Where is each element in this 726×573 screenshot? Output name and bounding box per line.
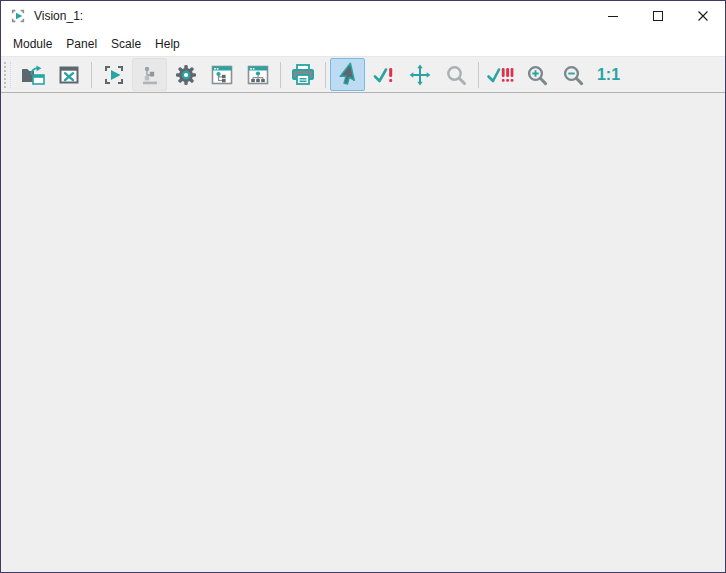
menu-scale[interactable]: Scale (104, 33, 148, 55)
print-button[interactable] (285, 58, 320, 91)
check-triple-exclamation-icon (486, 63, 516, 87)
panel-org-view-button[interactable] (240, 58, 275, 91)
minimize-button[interactable] (590, 1, 635, 31)
toolbar-separator (478, 62, 479, 88)
window-tree-vertical-icon (210, 63, 234, 87)
toolbar-separator (91, 62, 92, 88)
pan-tool-button[interactable] (402, 58, 437, 91)
window-tree-horizontal-icon (246, 63, 270, 87)
close-icon (698, 11, 708, 21)
cursor-arrow-icon (335, 61, 361, 89)
toolbar-grip[interactable] (4, 62, 11, 88)
zoom-out-button[interactable] (555, 58, 590, 91)
menu-module[interactable]: Module (6, 33, 59, 55)
close-panel-button[interactable] (51, 58, 86, 91)
titlebar[interactable]: Vision_1: (1, 1, 725, 31)
client-area (1, 93, 725, 572)
zoom-in-button[interactable] (519, 58, 554, 91)
menu-help[interactable]: Help (148, 33, 187, 55)
toolbar: 1:1 (1, 56, 725, 93)
move-arrows-icon (408, 63, 432, 87)
select-tool-button[interactable] (330, 58, 365, 91)
gear-icon (174, 63, 198, 87)
menu-panel[interactable]: Panel (59, 33, 104, 55)
toolbar-separator (280, 62, 281, 88)
app-icon (10, 8, 26, 24)
zoom-actual-button[interactable]: 1:1 (591, 58, 626, 91)
check-exclamation-icon (371, 63, 397, 87)
minimize-icon (608, 11, 618, 21)
magnifier-icon (444, 63, 468, 87)
window-title: Vision_1: (34, 9, 83, 23)
settings-button[interactable] (168, 58, 203, 91)
toolbar-separator (325, 62, 326, 88)
flowchart-icon (138, 63, 162, 87)
validate-button[interactable] (366, 58, 401, 91)
play-brackets-icon (10, 8, 26, 24)
window-close-x-icon (57, 63, 81, 87)
menubar: Module Panel Scale Help (1, 31, 725, 56)
play-brackets-icon (102, 63, 126, 87)
app-window: Vision_1: Module Panel Scale Help (0, 0, 726, 573)
magnifier-plus-icon (525, 63, 549, 87)
maximize-icon (653, 11, 663, 21)
magnifier-minus-icon (561, 63, 585, 87)
zoom-tool-button (438, 58, 473, 91)
zoom-actual-label: 1:1 (597, 66, 620, 84)
module-structure-button (132, 58, 167, 91)
printer-icon (290, 62, 316, 88)
run-module-button[interactable] (96, 58, 131, 91)
close-button[interactable] (680, 1, 725, 31)
open-module-button[interactable] (15, 58, 50, 91)
panel-tree-view-button[interactable] (204, 58, 239, 91)
validate-all-button[interactable] (483, 58, 518, 91)
folder-open-window-icon (20, 63, 46, 87)
caption-buttons (590, 1, 725, 31)
maximize-button[interactable] (635, 1, 680, 31)
